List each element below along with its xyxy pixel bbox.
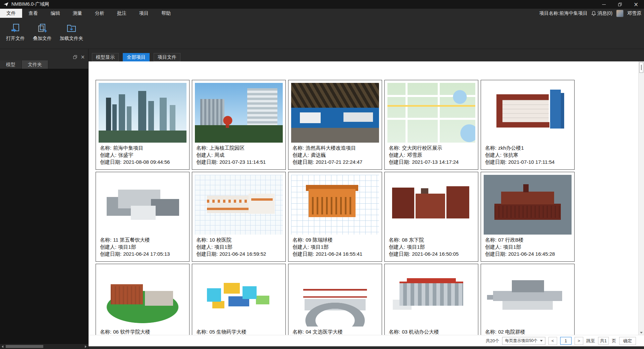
panel-close-button[interactable]: × bbox=[80, 55, 85, 60]
minimize-button[interactable] bbox=[596, 0, 612, 9]
tab-project-files[interactable]: 项目文件 bbox=[154, 53, 180, 61]
project-card[interactable]: 名称:08 东下院 创建人:项目1部 创建日期:2021-06-24 16:50… bbox=[384, 172, 478, 262]
project-created: 2021-06-24 16:59:52 bbox=[219, 251, 266, 257]
name-field-label: 名称: bbox=[485, 145, 496, 151]
menu-item-view[interactable]: 查看 bbox=[22, 9, 44, 18]
menu-item-edit[interactable]: 编辑 bbox=[44, 9, 66, 18]
current-page-input[interactable]: 1 bbox=[560, 337, 572, 345]
creator-field-label: 创建人: bbox=[485, 152, 501, 158]
panel-float-button[interactable] bbox=[73, 55, 77, 59]
tab-model-display[interactable]: 模型显示 bbox=[92, 53, 119, 61]
jump-page-input[interactable]: 共1 bbox=[598, 337, 609, 345]
app-window: NMBIM6.0-广域网 × 文件 查看 编辑 测量 分析 批注 项目 帮助 项… bbox=[0, 0, 644, 349]
scroll-left-button[interactable] bbox=[0, 344, 5, 349]
workarea: × 模型 文件夹 模型显示 全部项目 项目文件 bbox=[0, 49, 644, 349]
project-card[interactable]: 名称:04 文选医学大楼 创建人: 创建日期: bbox=[288, 264, 382, 335]
name-field-label: 名称: bbox=[389, 237, 400, 243]
project-card[interactable]: 名称:02 电院群楼 创建人: 创建日期: bbox=[481, 264, 575, 335]
titlebar: NMBIM6.0-广域网 × bbox=[0, 0, 644, 9]
project-thumbnail bbox=[195, 83, 283, 143]
project-created: 2021-07-21 22:24:47 bbox=[316, 159, 362, 165]
project-meta: 名称:上海核工院园区 创建人:周成 创建日期:2021-07-23 11:14:… bbox=[192, 143, 285, 165]
project-card[interactable]: 名称:07 行政B楼 创建人:项目1部 创建日期:2021-06-24 16:4… bbox=[481, 172, 575, 262]
project-name: 交大闵行校区展示 bbox=[402, 145, 442, 151]
project-meta: 名称:09 陈瑞球楼 创建人:项目1部 创建日期:2021-06-24 16:5… bbox=[288, 235, 382, 257]
project-creator: 张抗寒 bbox=[503, 152, 518, 158]
load-folder-button[interactable]: 加载文件夹 bbox=[56, 20, 87, 44]
menubar-right: 项目名称:前海中集项目 消息(0) 邓雪原 bbox=[539, 9, 644, 18]
project-meta: 名称:06 软件学院大楼 创建人: 创建日期: bbox=[96, 327, 189, 335]
name-field-label: 名称: bbox=[292, 145, 304, 151]
content-tabs: 模型显示 全部项目 项目文件 bbox=[89, 53, 644, 61]
project-created: 2021-06-24 16:55:41 bbox=[316, 251, 362, 257]
project-card[interactable]: 名称:上海核工院园区 创建人:周成 创建日期:2021-07-23 11:14:… bbox=[192, 80, 286, 170]
scroll-left-icon bbox=[2, 345, 3, 348]
tool-button-label: 叠加文件 bbox=[33, 36, 52, 42]
project-card[interactable]: 名称:09 陈瑞球楼 创建人:项目1部 创建日期:2021-06-24 16:5… bbox=[288, 172, 382, 262]
creator-field-label: 创建人: bbox=[100, 152, 116, 158]
menu-item-project[interactable]: 项目 bbox=[133, 9, 155, 18]
restore-button[interactable] bbox=[612, 0, 628, 9]
toolbar: 打开文件 叠加文件 加载文件夹 bbox=[0, 18, 644, 49]
tab-all-projects[interactable]: 全部项目 bbox=[123, 53, 150, 61]
menu-item-help[interactable]: 帮助 bbox=[155, 9, 177, 18]
creator-field-label: 创建人: bbox=[389, 152, 405, 158]
menu-item-measure[interactable]: 测量 bbox=[66, 9, 89, 18]
project-meta: 名称:08 东下院 创建人:项目1部 创建日期:2021-06-24 16:50… bbox=[385, 235, 478, 257]
created-field-label: 创建日期: bbox=[292, 159, 314, 165]
project-name: 08 东下院 bbox=[402, 237, 424, 243]
menu-item-annotate[interactable]: 批注 bbox=[111, 9, 133, 18]
project-created: 2021-06-24 16:45:28 bbox=[508, 251, 555, 257]
project-creator: 邓雪原 bbox=[407, 152, 422, 158]
user-avatar[interactable] bbox=[616, 10, 624, 17]
open-file-button[interactable]: 打开文件 bbox=[3, 20, 28, 44]
page-size-select[interactable]: 每页显示项目50个 bbox=[502, 337, 545, 345]
prev-page-button[interactable]: < bbox=[548, 337, 557, 345]
user-name[interactable]: 邓雪原 bbox=[627, 10, 641, 16]
creator-field-label: 创建人: bbox=[196, 152, 213, 158]
project-name: 07 行政B楼 bbox=[498, 237, 524, 243]
overlay-file-button[interactable]: 叠加文件 bbox=[30, 20, 55, 44]
project-thumbnail bbox=[291, 83, 379, 143]
name-field-label: 名称: bbox=[100, 329, 111, 335]
project-card[interactable]: 名称:zkh办公楼1 创建人:张抗寒 创建日期:2021-07-10 17:11… bbox=[481, 80, 575, 170]
project-card[interactable]: 名称:05 生物药学大楼 创建人: 创建日期: bbox=[192, 264, 286, 335]
project-card[interactable]: 名称:前海中集项目 创建人:张盛宇 创建日期:2021-08-08 09:44:… bbox=[96, 80, 190, 170]
open-file-icon bbox=[10, 23, 20, 33]
vertical-scrollbar-thumb[interactable] bbox=[639, 62, 643, 73]
project-name: 03 机动办公大楼 bbox=[402, 329, 439, 335]
name-field-label: 名称: bbox=[196, 237, 208, 243]
created-field-label: 创建日期: bbox=[100, 159, 121, 165]
created-field-label: 创建日期: bbox=[196, 251, 218, 257]
project-name: 上海核工院园区 bbox=[209, 145, 245, 151]
messages-button[interactable]: 消息(0) bbox=[591, 10, 612, 16]
project-thumbnail bbox=[484, 175, 572, 235]
scroll-down-button[interactable] bbox=[639, 332, 644, 334]
project-card[interactable]: 名称:10 校医院 创建人:项目1部 创建日期:2021-06-24 16:59… bbox=[192, 172, 286, 262]
project-card[interactable]: 名称:浩然高科大楼改造项目 创建人:龚达巍 创建日期:2021-07-21 22… bbox=[288, 80, 382, 170]
name-field-label: 名称: bbox=[292, 237, 304, 243]
sidebar-horizontal-scrollbar[interactable] bbox=[0, 344, 88, 349]
tool-button-label: 打开文件 bbox=[6, 36, 25, 42]
close-button[interactable]: × bbox=[628, 0, 644, 9]
project-card[interactable]: 名称:11 第五餐饮大楼 创建人:项目1部 创建日期:2021-06-24 17… bbox=[96, 172, 190, 262]
menu-item-analyze[interactable]: 分析 bbox=[89, 9, 111, 18]
horizontal-scrollbar-thumb[interactable] bbox=[6, 345, 43, 348]
project-card[interactable]: 名称:交大闵行校区展示 创建人:邓雪原 创建日期:2021-07-13 14:1… bbox=[384, 80, 478, 170]
confirm-button[interactable]: 确定 bbox=[619, 337, 636, 345]
project-card[interactable]: 名称:03 机动办公大楼 创建人: 创建日期: bbox=[384, 264, 478, 335]
project-thumbnail bbox=[484, 83, 572, 143]
sidebar-tab-folder[interactable]: 文件夹 bbox=[22, 60, 48, 69]
project-card[interactable]: 名称:06 软件学院大楼 创建人: 创建日期: bbox=[96, 264, 190, 335]
creator-field-label: 创建人: bbox=[100, 244, 116, 250]
menu-item-file[interactable]: 文件 bbox=[0, 9, 22, 18]
created-field-label: 创建日期: bbox=[196, 159, 218, 165]
scroll-right-button[interactable] bbox=[83, 344, 88, 349]
sidebar-tab-model[interactable]: 模型 bbox=[0, 60, 22, 69]
project-meta: 名称:04 文选医学大楼 创建人: 创建日期: bbox=[288, 327, 382, 335]
next-page-button[interactable]: > bbox=[575, 337, 583, 345]
project-thumbnail bbox=[484, 267, 572, 327]
creator-field-label: 创建人: bbox=[292, 152, 309, 158]
vertical-scrollbar[interactable] bbox=[638, 61, 644, 335]
project-name: 10 校医院 bbox=[209, 237, 231, 243]
